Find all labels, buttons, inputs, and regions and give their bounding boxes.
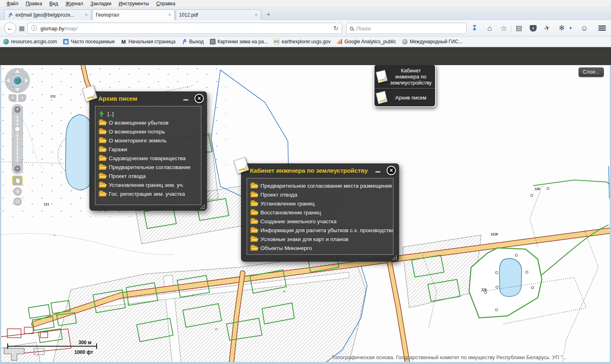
scale-line (7, 346, 97, 347)
cabinet-panel-title[interactable]: Кабинет инженера по землеустройству (250, 167, 368, 174)
send-tab-icon[interactable]: ✈ (541, 22, 553, 34)
menu-view[interactable]: Вид (46, 0, 61, 7)
bookmark-item[interactable]: Выход (182, 39, 204, 44)
folder-item[interactable]: Создание земельного участка (250, 217, 390, 226)
tab-close-icon[interactable]: × (85, 12, 88, 18)
folder-icon (99, 156, 106, 161)
folder-item[interactable]: Проект отвода (250, 190, 390, 199)
menu-bar: Файл Правка Вид Журнал Закладки Инструме… (0, 0, 611, 7)
archive-panel-title[interactable]: Архив писем (98, 95, 137, 102)
menu-history[interactable]: Журнал (62, 0, 87, 7)
bookmark-item[interactable]: EEearthexplorer.usgs.gov (274, 39, 330, 44)
pan-right-icon[interactable] (25, 78, 28, 83)
resize-handle[interactable] (201, 205, 205, 209)
svg-text:67: 67 (283, 290, 286, 293)
folder-item[interactable]: Предварительное согласование (99, 163, 198, 171)
folder-item[interactable]: Гаражи (99, 145, 198, 154)
prev-extent-button[interactable]: ‹ (8, 94, 17, 102)
globe-icon[interactable] (13, 76, 22, 85)
url-domain: gismap.by (40, 25, 64, 32)
map-pan-control[interactable] (5, 68, 30, 93)
home-icon[interactable]: ⌂ (484, 24, 495, 33)
bookmark-item[interactable]: ▣Часто посещаемые (63, 39, 115, 44)
minimize-icon[interactable] (375, 171, 381, 173)
tab-bar: ext|mail [geo@belgiproze... × Геопортал … (0, 7, 611, 20)
close-icon[interactable]: × (195, 94, 204, 103)
hamburger-menu-icon[interactable] (598, 25, 606, 27)
note-icon (376, 91, 388, 104)
dropdown-item-label: Кабинет инженера по землеустройству (389, 68, 433, 86)
reload-icon[interactable]: ↻ (333, 25, 338, 32)
search-input[interactable] (356, 25, 463, 32)
extension-caret-icon[interactable]: ▾ (565, 25, 576, 31)
folder-item[interactable]: Предварительное согласование места разме… (250, 181, 390, 190)
frequent-favicon: ▣ (63, 39, 69, 44)
search-box[interactable] (346, 23, 467, 34)
folder-icon (250, 246, 257, 251)
reading-list-icon[interactable]: ▤ (514, 24, 524, 32)
folder-item[interactable]: Восстановление границ (250, 208, 390, 217)
bookmark-item[interactable]: resources.arcgis.com (3, 39, 57, 44)
tab-label: ext|mail [geo@belgiproze... (15, 12, 82, 18)
folder-item[interactable]: Садоводческие товарищества (99, 154, 198, 163)
zoom-slider-plus-button[interactable]: + (14, 106, 21, 113)
menu-file[interactable]: Файл (3, 0, 22, 7)
feedback-smiley-icon[interactable]: ☺ (579, 24, 590, 33)
address-bar[interactable]: ⓘ gismap.by/map/ ↻ (27, 23, 342, 34)
folder-item[interactable]: О возмещении потерь (99, 127, 198, 136)
new-tab-button[interactable]: + (264, 11, 273, 19)
map-attribution: Топографическая основа. Государственный … (332, 354, 567, 360)
bookmark-item[interactable]: Картинки зима на ра... (210, 39, 268, 44)
bookmark-item[interactable]: Международный ГИС... (402, 39, 462, 44)
zoom-in-tool-button[interactable]: ⊕ (13, 187, 22, 196)
menu-edit[interactable]: Правка (23, 0, 46, 7)
folder-item[interactable]: Условные знаки для карт и планов (250, 235, 390, 243)
runner-favicon (8, 13, 13, 18)
bookmark-item[interactable]: Google Analytics_public (337, 39, 396, 44)
page-info-icon[interactable]: ⓘ (31, 25, 37, 32)
dropdown-item-cabinet[interactable]: Кабинет инженера по землеустройству (374, 65, 435, 88)
menu-bookmarks[interactable]: Закладки (87, 0, 115, 7)
navigation-bar: ← ▦ ⓘ gismap.by/map/ ↻ ↧ ⌂ ☆ ▤ ∨ ✈ ✻ ▾ ☺ (0, 20, 611, 36)
back-button[interactable]: ← (4, 22, 16, 34)
note-icon (376, 70, 388, 83)
folder-up-item[interactable]: [..] (99, 109, 198, 118)
menu-help[interactable]: Справка (153, 0, 178, 7)
zoom-out-tool-button[interactable]: ⊖ (13, 197, 22, 206)
folder-item[interactable]: Проект отвода (99, 171, 198, 180)
folder-item[interactable]: О возмещении убытков (99, 118, 198, 127)
close-icon[interactable]: × (387, 166, 396, 175)
bookmark-item[interactable]: MНачальная страница (121, 39, 175, 44)
pan-down-icon[interactable] (15, 88, 20, 91)
folder-item[interactable]: Гос. регистрация зем. участка (99, 189, 198, 198)
pocket-icon[interactable]: ∨ (530, 25, 537, 32)
dropdown-item-archive[interactable]: Архив писем (374, 89, 435, 106)
tab-geoportal[interactable]: Геопортал × (92, 9, 175, 20)
menu-tools[interactable]: Инструменты (116, 0, 152, 7)
downloads-icon[interactable]: ↧ (469, 24, 480, 32)
folder-icon (250, 193, 257, 197)
next-extent-button[interactable]: › (18, 94, 26, 102)
folder-item[interactable]: Установление границ (250, 199, 390, 208)
minimize-icon[interactable] (183, 99, 188, 101)
pan-up-icon[interactable] (15, 70, 20, 73)
pan-left-icon[interactable] (6, 78, 10, 83)
zoom-slider-minus-button[interactable]: − (14, 165, 21, 172)
folder-item[interactable]: О мониторинге земель (99, 136, 198, 145)
bookmark-star-icon[interactable]: ☆ (499, 24, 509, 33)
folder-item[interactable]: Информация для расчета убытков с.х. прои… (250, 226, 390, 235)
zoom-slider-handle[interactable] (15, 126, 20, 132)
resize-handle[interactable] (393, 256, 397, 260)
folder-item[interactable]: Установление границ зем. уч. (99, 180, 198, 189)
tab-mail[interactable]: ext|mail [geo@belgiproze... × (4, 9, 91, 20)
layers-button[interactable]: Слои... (579, 68, 604, 77)
folder-icon (250, 219, 257, 224)
tab-close-icon[interactable]: × (168, 12, 171, 18)
folder-icon (99, 121, 106, 125)
pan-hand-tool-button[interactable] (12, 176, 23, 186)
tab-pdf[interactable]: 1012.pdf × (175, 9, 261, 20)
tab-close-icon[interactable]: × (255, 12, 258, 18)
zoom-slider[interactable]: + − (12, 104, 23, 174)
tiles-icon[interactable]: ▦ (19, 25, 25, 32)
folder-item[interactable]: Объекты Минэнерго (250, 243, 390, 252)
